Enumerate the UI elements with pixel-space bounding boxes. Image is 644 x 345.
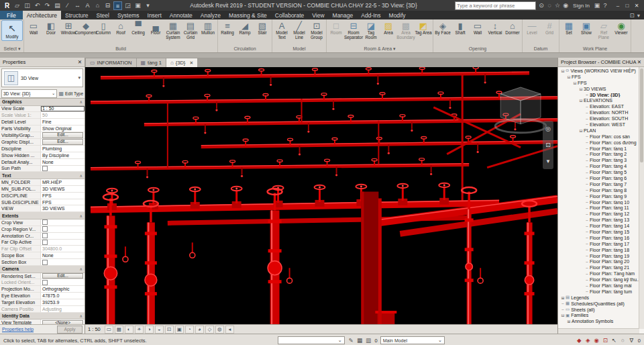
expand-icon[interactable]: ⊞: [566, 319, 572, 324]
browser-item-floor-plan-t-ng-13[interactable]: –Floor Plan: tầng 13: [558, 217, 644, 223]
browser-item-floor-plan-t-ng-17[interactable]: –Floor Plan: tầng 17: [558, 241, 644, 247]
search-communities-icon[interactable]: ⊙: [537, 2, 545, 9]
property-value[interactable]: By Discipline: [41, 152, 85, 158]
property-value[interactable]: Edit...: [41, 273, 85, 279]
rendering-dialog-icon[interactable]: ◒: [155, 326, 164, 334]
undo-icon[interactable]: ↶: [33, 1, 42, 10]
select-toggle-icon[interactable]: ↖: [610, 337, 618, 344]
instance-selector[interactable]: 3D View: {3D} ⌄: [1, 89, 57, 98]
browser-item-fps[interactable]: ⊟FPS: [558, 80, 644, 86]
ribbon-tab-modify[interactable]: Modify: [385, 11, 410, 19]
reveal-hidden-icon[interactable]: ◕: [195, 326, 204, 334]
browser-item-floor-plan-t-ng-10[interactable]: –Floor Plan: tầng 10: [558, 199, 644, 205]
links-monitor-icon[interactable]: ⊡: [602, 337, 609, 344]
group-collapse-icon[interactable]: ∧: [80, 313, 83, 318]
ribbon-button-shaft[interactable]: ▮Shaft: [451, 20, 469, 36]
app-store-icon[interactable]: ▣: [593, 2, 601, 9]
browser-item-floor-plan-t-ng-18[interactable]: –Floor Plan: tầng 18: [558, 247, 644, 253]
browser-item-floor-plan-t-ng-19[interactable]: –Floor Plan: tầng 19: [558, 253, 644, 259]
property-value[interactable]: [41, 226, 85, 232]
ribbon-button-viewer[interactable]: ◉Viewer: [612, 20, 630, 36]
properties-group-extents[interactable]: Extents∧: [0, 212, 85, 219]
browser-item-floor-plan-t-ng-11[interactable]: –Floor Plan: tầng 11: [558, 205, 644, 211]
edit-button[interactable]: Edit...: [42, 139, 83, 145]
text-icon[interactable]: A: [83, 1, 92, 10]
property-value[interactable]: [41, 233, 85, 239]
browser-vertical-scrollbar[interactable]: [639, 67, 644, 329]
scale-icon[interactable]: ▭: [105, 326, 113, 334]
browser-item-floor-plan-t-ng-4[interactable]: –Floor Plan: tầng 4: [558, 163, 644, 169]
ribbon-button-floor[interactable]: ▄Floor: [147, 20, 164, 36]
property-value[interactable]: 3D VIEWS: [41, 205, 85, 211]
maximize-button[interactable]: □: [623, 3, 632, 9]
browser-item-floor-plan-t-ng-15[interactable]: –Floor Plan: tầng 15: [558, 229, 644, 235]
ribbon-button-model-group[interactable]: ⊡Model Group: [308, 20, 325, 41]
browser-item-3d-views[interactable]: ⊟3D VIEWS: [558, 86, 644, 92]
modify-button[interactable]: ↖ Modify: [1, 20, 23, 41]
project-browser-close-icon[interactable]: ✕: [637, 59, 641, 65]
property-value[interactable]: Plumbing: [41, 146, 85, 152]
expand-icon[interactable]: ⊞: [560, 295, 566, 300]
close-view-tab-icon[interactable]: ✕: [189, 60, 193, 66]
ribbon-button-curtain-system[interactable]: ▦Curtain System: [164, 20, 182, 41]
property-value[interactable]: 39253.9: [41, 299, 85, 305]
expand-icon[interactable]: ⊟: [578, 128, 584, 133]
property-value[interactable]: 50: [41, 112, 85, 118]
browser-item-floor-plan-t-ng-1[interactable]: –Floor Plan: tầng 1: [558, 146, 644, 152]
properties-close-icon[interactable]: ✕: [78, 59, 82, 65]
ribbon-tab-architecture[interactable]: Architecture: [23, 11, 61, 19]
editing-requests-icon[interactable]: ✎: [347, 337, 355, 344]
browser-item-floor-plan-t-ng-20[interactable]: –Floor Plan: tầng 20: [558, 259, 644, 265]
browser-item-floor-plan-t-ng-h-m[interactable]: –Floor Plan: Tầng hầm: [558, 270, 644, 277]
ribbon-button-dormer[interactable]: ⌂Dormer: [504, 20, 521, 36]
main-model-toggle-icon[interactable]: ▥: [365, 337, 372, 344]
browser-item-elevation-east[interactable]: –Elevation: EAST: [558, 103, 644, 109]
ribbon-button-tag-area[interactable]: ◩Tag Area: [415, 20, 432, 36]
sun-path-icon[interactable]: ☀: [135, 326, 144, 334]
properties-group-graphics[interactable]: Graphics∧: [0, 99, 85, 106]
property-value[interactable]: [41, 240, 85, 246]
property-value[interactable]: Adjusting: [41, 306, 85, 312]
3d-viewport[interactable]: ◎ ⊡ ▾: [85, 67, 557, 324]
measure-icon[interactable]: ∕: [63, 1, 72, 10]
expand-icon[interactable]: ⊟: [572, 81, 578, 85]
browser-item-elevation-west[interactable]: –Elevation: WEST: [558, 121, 644, 128]
ribbon-button-vertical[interactable]: ↕Vertical: [486, 20, 504, 36]
minimize-button[interactable]: –: [613, 3, 623, 9]
expand-icon[interactable]: ⊟: [560, 68, 566, 73]
browser-item-floor-plan-t-ng-k-thu[interactable]: –Floor Plan: tầng kỹ thu...: [558, 277, 644, 283]
ribbon-tab-collaborate[interactable]: Collaborate: [271, 11, 308, 19]
qat-dropdown-icon[interactable]: ▾: [144, 1, 152, 10]
browser-item-plan[interactable]: ⊟PLAN: [558, 128, 644, 134]
3d-viewport-canvas[interactable]: [85, 67, 557, 324]
modify-extra-icon[interactable]: ⊡: [630, 12, 635, 19]
ribbon-tab-steel[interactable]: Steel: [93, 11, 113, 19]
search-input[interactable]: [455, 1, 536, 10]
browser-item-elevation-south[interactable]: –Elevation: SOUTH: [558, 115, 644, 121]
property-value[interactable]: Edit...: [41, 139, 85, 145]
ribbon-tab-manage[interactable]: Manage: [329, 11, 358, 19]
worksharing-display-icon[interactable]: ◆: [576, 337, 583, 344]
expand-icon[interactable]: ⊟: [578, 98, 584, 103]
property-value[interactable]: 47875.0: [41, 293, 85, 299]
editable-only-icon[interactable]: ◈: [584, 337, 592, 344]
save-orientation-icon[interactable]: ◇: [205, 326, 214, 334]
crop-view-icon[interactable]: ⊡: [165, 326, 174, 334]
browser-horizontal-scrollbar[interactable]: [558, 328, 639, 334]
signin-avatar-icon[interactable]: ◉: [561, 2, 570, 9]
property-value[interactable]: MR.HIỆP: [41, 179, 85, 185]
workset-users-icon[interactable]: ◉: [593, 337, 600, 344]
group-collapse-icon[interactable]: ∧: [80, 266, 83, 271]
sign-in-button[interactable]: Sign In: [573, 3, 590, 9]
save-icon[interactable]: ◫: [23, 1, 32, 10]
checkbox[interactable]: [42, 219, 48, 225]
property-value[interactable]: Show Original: [41, 126, 85, 132]
expand-icon[interactable]: ⊟: [566, 75, 572, 79]
view-tab-t-ng-1[interactable]: ▦tầng 1: [137, 58, 166, 67]
ribbon-button-model-text[interactable]: AModel Text: [273, 20, 290, 41]
checkbox[interactable]: [42, 240, 48, 245]
property-value[interactable]: None: [41, 252, 85, 258]
expand-icon[interactable]: ⊟: [578, 87, 584, 91]
aligned-dimension-icon[interactable]: ↔: [73, 1, 82, 10]
design-options-icon[interactable]: ▦: [356, 337, 364, 344]
